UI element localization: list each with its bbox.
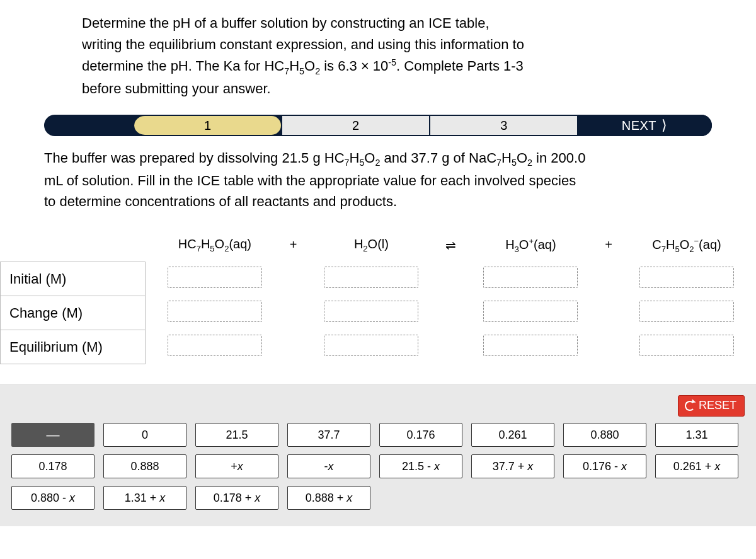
- intro-line3c: . Complete Parts 1-3: [396, 59, 524, 74]
- drop-initial-hydronium[interactable]: [483, 267, 578, 288]
- plus-icon: +: [285, 228, 302, 262]
- tile-1-31-plus-x[interactable]: 1.31 + x: [103, 486, 186, 510]
- tile-0-880[interactable]: 0.880: [563, 423, 646, 447]
- prompt-line2: mL of solution. Fill in the ICE table wi…: [44, 173, 576, 188]
- equilibrium-arrows-icon: ⇌: [440, 228, 461, 262]
- row-change-label: Change (M): [1, 296, 146, 330]
- ice-table: HC7H5O2(aq) + H2O(l) ⇌ H3O+(aq) + C7H5O2…: [0, 228, 756, 365]
- tile-0-178[interactable]: 0.178: [11, 454, 94, 478]
- tiles-container: — 0 21.5 37.7 0.176 0.261 0.880 1.31 0.1…: [11, 423, 745, 510]
- tile-37-7-plus-x[interactable]: 37.7 + x: [471, 454, 554, 478]
- tile-minus-x[interactable]: -x: [287, 454, 370, 478]
- step-leading: [44, 124, 145, 127]
- next-label: NEXT: [622, 116, 656, 135]
- col-hydronium: H3O+(aq): [461, 228, 600, 262]
- tile-0-888[interactable]: 0.888: [103, 454, 186, 478]
- plus-icon-2: +: [600, 228, 617, 262]
- intro-line2: writing the equilibrium constant express…: [82, 37, 524, 52]
- drop-change-water[interactable]: [324, 301, 418, 322]
- drop-change-base[interactable]: [639, 301, 734, 322]
- prompt-a: The buffer was prepared by dissolving 21…: [44, 150, 345, 166]
- drop-eq-base[interactable]: [639, 335, 734, 356]
- chevron-right-icon: ⟩: [662, 116, 668, 135]
- col-acid: HC7H5O2(aq): [146, 228, 285, 262]
- drop-initial-acid[interactable]: [168, 267, 262, 288]
- drop-change-acid[interactable]: [168, 301, 262, 322]
- drop-initial-water[interactable]: [324, 267, 418, 288]
- intro-line4: before submitting your answer.: [82, 81, 271, 96]
- tile-0-176-minus-x[interactable]: 0.176 - x: [563, 454, 646, 478]
- answer-pool: RESET — 0 21.5 37.7 0.176 0.261 0.880 1.…: [0, 384, 756, 526]
- tile-plus-x[interactable]: +x: [195, 454, 278, 478]
- tile-0-176[interactable]: 0.176: [379, 423, 462, 447]
- tile-0-178-plus-x[interactable]: 0.178 + x: [195, 486, 278, 510]
- prompt-c: in 200.0: [532, 150, 585, 166]
- tile-37-7[interactable]: 37.7: [287, 423, 370, 447]
- tile-blank[interactable]: —: [11, 423, 94, 447]
- question-intro: Determine the pH of a buffer solution by…: [0, 0, 756, 106]
- drop-initial-base[interactable]: [639, 267, 734, 288]
- col-base: C7H5O2−(aq): [617, 228, 756, 262]
- intro-line1: Determine the pH of a buffer solution by…: [82, 15, 490, 31]
- tile-0-261-plus-x[interactable]: 0.261 + x: [655, 454, 738, 478]
- step-1[interactable]: 1: [134, 115, 282, 136]
- step-2[interactable]: 2: [282, 115, 430, 136]
- tile-21-5[interactable]: 21.5: [195, 423, 278, 447]
- step-indicator: 1 2 3 NEXT ⟩: [44, 115, 712, 136]
- tile-0[interactable]: 0: [103, 423, 186, 447]
- prompt-line3: to determine concentrations of all react…: [44, 193, 397, 209]
- prompt-b: and 37.7 g of NaC: [380, 150, 496, 166]
- row-initial-label: Initial (M): [1, 262, 146, 296]
- drop-eq-acid[interactable]: [168, 335, 262, 356]
- next-button[interactable]: NEXT ⟩: [578, 115, 712, 136]
- reset-button[interactable]: RESET: [678, 395, 745, 417]
- intro-line3b: is 6.3 × 10: [320, 59, 388, 74]
- drop-eq-hydronium[interactable]: [483, 335, 578, 356]
- reset-icon: [685, 401, 695, 411]
- tile-1-31[interactable]: 1.31: [655, 423, 738, 447]
- intro-line3a: determine the pH. The Ka for HC: [82, 59, 284, 74]
- drop-change-hydronium[interactable]: [483, 301, 578, 322]
- drop-eq-water[interactable]: [324, 335, 418, 356]
- part-prompt: The buffer was prepared by dissolving 21…: [0, 147, 756, 222]
- row-equilibrium-label: Equilibrium (M): [1, 330, 146, 364]
- tile-21-5-minus-x[interactable]: 21.5 - x: [379, 454, 462, 478]
- tile-0-880-minus-x[interactable]: 0.880 - x: [11, 486, 94, 510]
- col-water: H2O(l): [302, 228, 440, 262]
- tile-0-261[interactable]: 0.261: [471, 423, 554, 447]
- tile-0-888-plus-x[interactable]: 0.888 + x: [287, 486, 370, 510]
- reset-label: RESET: [699, 399, 736, 412]
- step-3[interactable]: 3: [430, 115, 578, 136]
